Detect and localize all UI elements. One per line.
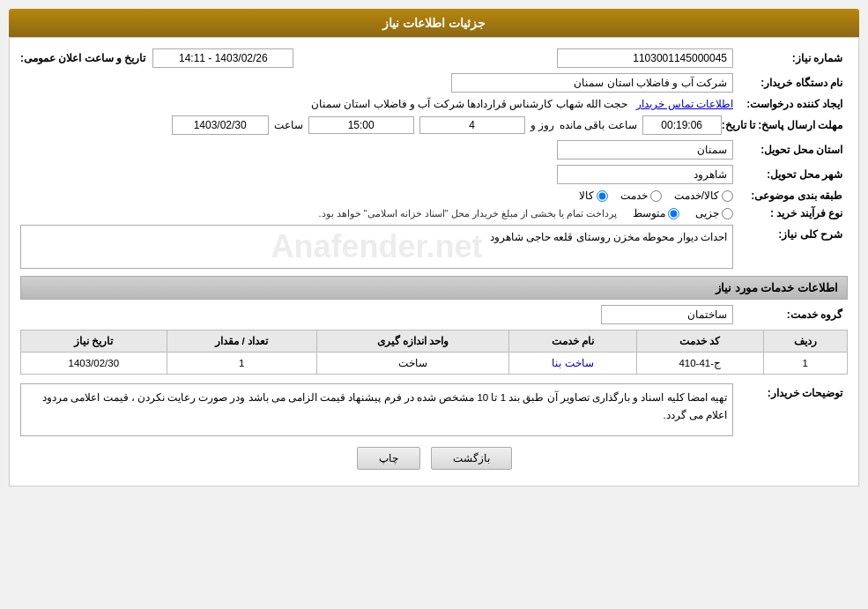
announce-datetime-value: 1403/02/26 - 14:11 (152, 48, 293, 68)
back-button[interactable]: بازگشت (431, 447, 512, 470)
services-table: ردیف کد خدمت نام خدمت واحد اندازه گیری ت… (20, 330, 848, 375)
process-type-jozi: جزیی (695, 207, 733, 219)
deadline-time-label: ساعت (274, 119, 303, 131)
buyer-notes-box: تهیه امضا کلیه اسناد و بارگذاری تصاویر آ… (20, 383, 733, 436)
process-radio-motavaset[interactable] (668, 208, 679, 219)
col-quantity: تعداد / مقدار (167, 330, 316, 353)
service-group-label: گروه خدمت: (733, 308, 848, 321)
deadline-time-value: 15:00 (308, 116, 414, 134)
col-service-name: نام خدمت (509, 330, 637, 353)
button-row: بازگشت چاپ (20, 447, 848, 470)
province-value: سمنان (557, 140, 733, 160)
deadline-label: مهلت ارسال پاسخ: تا تاریخ: (722, 119, 848, 131)
province-label: استان محل تحویل: (733, 144, 848, 156)
category-radio-khidmat[interactable] (650, 190, 662, 202)
deadline-remaining-label: ساعت باقی مانده (560, 119, 637, 131)
description-box: Anafender.net احداث دیوار محوطه مخزن روس… (20, 225, 733, 269)
category-radio-kala[interactable] (597, 190, 608, 202)
need-number-value: 1103001145000045 (557, 48, 733, 68)
city-value: شاهرود (557, 165, 733, 184)
category-label: طبقه بندی موضوعی: (733, 189, 848, 202)
print-button[interactable]: چاپ (357, 447, 420, 470)
category-radio-kala-khidmat[interactable] (722, 190, 733, 202)
deadline-days-value: 4 (419, 116, 525, 134)
deadline-date: 1403/02/30 (172, 115, 269, 135)
deadline-days-label: روز و (530, 119, 554, 131)
creator-label: ایجاد کننده درخواست: (733, 98, 848, 110)
buyer-notes-value: تهیه امضا کلیه اسناد و بارگذاری تصاویر آ… (42, 392, 727, 420)
process-radio-jozi[interactable] (722, 208, 733, 219)
buyer-org-label: نام دستگاه خریدار: (733, 77, 848, 89)
page-title: جزئیات اطلاعات نیاز (382, 16, 486, 30)
table-row: 1ج-41-410ساخت بناساخت11403/02/30 (21, 353, 848, 375)
process-type-motavaset: متوسط (633, 207, 679, 219)
category-kala-khidmat: کالا/خدمت (674, 189, 733, 202)
description-label: شرح کلی نیاز: (733, 225, 848, 241)
category-khidmat: خدمت (620, 189, 662, 202)
category-kala: کالا (579, 189, 608, 202)
buyer-notes-label: توضیحات خریدار: (733, 383, 848, 399)
col-service-code: کد خدمت (636, 330, 763, 353)
process-label: نوع فرآیند خرید : (733, 207, 848, 219)
process-note: پرداخت تمام یا بخشی از مبلغ خریدار محل "… (318, 208, 617, 219)
creator-contact-link[interactable]: اطلاعات تماس خریدار (636, 98, 733, 110)
col-unit: واحد اندازه گیری (316, 330, 508, 353)
deadline-remaining-value: 00:19:06 (642, 115, 722, 135)
city-label: شهر محل تحویل: (733, 168, 848, 181)
buyer-org-value: شرکت آب و فاضلاب استان سمنان (451, 73, 733, 93)
need-number-label: شماره نیاز: (733, 52, 848, 64)
col-row-num: ردیف (763, 330, 847, 353)
service-group-value: ساختمان (601, 305, 733, 324)
col-date: تاریخ نیاز (21, 330, 167, 353)
page-header: جزئیات اطلاعات نیاز (9, 9, 859, 37)
services-section-header: اطلاعات خدمات مورد نیاز (20, 276, 848, 300)
description-value: احداث دیوار محوطه مخزن روستای قلعه حاجی … (490, 231, 727, 243)
announce-datetime-label: تاریخ و ساعت اعلان عمومی: (20, 52, 145, 64)
creator-value: حجت الله شهاب کارشناس قراردادها شرکت آب … (311, 98, 627, 110)
